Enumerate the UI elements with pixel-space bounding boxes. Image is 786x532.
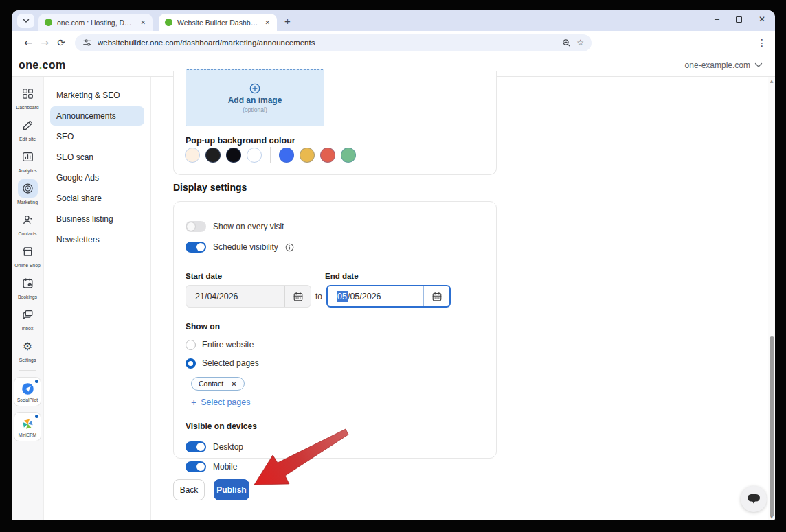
subnav-item-seo[interactable]: SEO: [50, 127, 144, 146]
calendar-icon[interactable]: [284, 286, 311, 307]
swatch-green[interactable]: [341, 148, 356, 163]
radio-unselected[interactable]: [186, 340, 196, 350]
swatch-blue[interactable]: [279, 148, 294, 163]
scroll-up-arrow[interactable]: ▲: [768, 78, 775, 83]
gear-icon: ⚙: [18, 337, 38, 356]
sidebar-item-settings[interactable]: ⚙ Settings: [12, 337, 43, 362]
sidebar-item-edit-site[interactable]: Edit site: [12, 116, 43, 141]
target-icon: [18, 179, 38, 198]
sidebar-item-analytics[interactable]: Analytics: [12, 148, 43, 173]
url-bar[interactable]: websitebuilder.one.com/dashboard/marketi…: [75, 34, 592, 51]
colour-swatches: [185, 147, 356, 163]
sidebar-item-dashboard[interactable]: Dashboard: [12, 84, 43, 110]
vertical-scrollbar[interactable]: ▲ ▼: [768, 77, 775, 520]
subnav-item-business-listing[interactable]: Business listing: [50, 209, 144, 229]
tab-close-icon[interactable]: ✕: [264, 19, 271, 26]
end-date-input[interactable]: 05/05/2026: [326, 285, 451, 308]
swatch-coral[interactable]: [320, 148, 335, 163]
chevron-down-icon: [23, 19, 30, 23]
forward-nav-icon[interactable]: →: [36, 37, 53, 48]
swatch-white[interactable]: [247, 148, 262, 163]
new-tab-button[interactable]: +: [284, 16, 291, 26]
show-every-visit-row: Show on every visit: [186, 221, 484, 232]
browser-toolbar: ← → ⟳ websitebuilder.one.com/dashboard/m…: [12, 31, 775, 54]
minimize-button[interactable]: –: [715, 15, 719, 23]
select-pages-link[interactable]: + Select pages: [191, 397, 484, 407]
browser-menu-icon[interactable]: ⋮: [757, 37, 767, 48]
browser-tab-onecom[interactable]: one.com : Hosting, Domain, Em ✕: [38, 14, 153, 31]
desktop-toggle[interactable]: [186, 441, 206, 452]
dashboard-icon: [18, 84, 38, 103]
storefront-icon: [18, 242, 38, 261]
show-every-visit-toggle[interactable]: [186, 221, 206, 232]
speech-bubble-icon: [747, 494, 761, 505]
subnav-item-social-share[interactable]: Social share: [50, 189, 144, 208]
tab-close-icon[interactable]: ✕: [139, 19, 146, 26]
sidebar-app-minicrm[interactable]: MiniCRM: [14, 412, 41, 441]
swatch-black-2[interactable]: [226, 148, 241, 163]
swatch-divider: [270, 147, 271, 163]
end-date-label: End date: [325, 272, 359, 280]
swatch-gold[interactable]: [300, 148, 315, 163]
chevron-down-icon: [754, 62, 763, 68]
subnav-item-marketing-seo[interactable]: Marketing & SEO: [50, 86, 144, 105]
popup-bg-colour-label: Pop-up background colour: [186, 136, 295, 146]
schedule-visibility-toggle[interactable]: [186, 242, 206, 253]
start-date-input[interactable]: 21/04/2026: [186, 285, 311, 308]
to-label: to: [311, 292, 326, 301]
sidebar-item-inbox[interactable]: Inbox: [12, 305, 43, 331]
primary-sidebar: Dashboard Edit site Analytics: [12, 77, 44, 520]
radio-selected[interactable]: [186, 358, 196, 369]
add-image-dropzone[interactable]: Add an image (optional): [186, 69, 324, 126]
sidebar-item-contacts[interactable]: Contacts: [12, 211, 43, 236]
sidebar-app-socialpilot[interactable]: SocialPilot: [14, 377, 41, 406]
domain-selector[interactable]: one-example.com: [685, 60, 763, 70]
sidebar-item-bookings[interactable]: Bookings: [12, 274, 43, 299]
desktop-toggle-row: Desktop: [186, 441, 484, 452]
scroll-down-arrow[interactable]: ▼: [768, 514, 775, 519]
sidebar-item-online-shop[interactable]: Online Shop: [12, 242, 43, 268]
chat-widget-button[interactable]: [741, 486, 767, 512]
notification-dot: [35, 415, 38, 418]
notification-dot: [35, 380, 38, 383]
tab-search-button[interactable]: [17, 14, 34, 28]
sidebar-item-marketing[interactable]: Marketing: [12, 179, 43, 205]
browser-tab-dashboard[interactable]: Website Builder Dashboard ✕: [159, 14, 277, 31]
page-chip-contact[interactable]: Contact ✕: [191, 377, 245, 391]
close-button[interactable]: ✕: [759, 15, 765, 23]
entire-website-option[interactable]: Entire website: [186, 339, 484, 350]
swatch-cream[interactable]: [185, 148, 200, 163]
info-icon[interactable]: [285, 243, 294, 252]
subnav-item-google-ads[interactable]: Google Ads: [50, 168, 144, 187]
popup-content-card: Add an image (optional) Pop-up backgroun…: [173, 71, 497, 175]
sidebar-divider: [19, 370, 36, 371]
subnav-item-seo-scan[interactable]: SEO scan: [50, 148, 144, 167]
bar-chart-icon: [18, 148, 38, 166]
chip-remove-icon[interactable]: ✕: [231, 380, 236, 388]
scrollbar-thumb[interactable]: [770, 336, 774, 516]
maximize-button[interactable]: [736, 16, 742, 23]
back-nav-icon[interactable]: ←: [20, 37, 36, 48]
publish-button[interactable]: Publish: [214, 479, 249, 500]
selected-pages-option[interactable]: Selected pages: [186, 358, 484, 369]
back-button[interactable]: Back: [173, 479, 205, 500]
url-text[interactable]: websitebuilder.one.com/dashboard/marketi…: [98, 38, 557, 47]
window-controls: – ✕: [715, 15, 765, 23]
tab-title: Website Builder Dashboard: [177, 19, 259, 27]
mobile-toggle-row: Mobile: [186, 461, 484, 472]
reload-icon[interactable]: ⟳: [53, 37, 69, 48]
domain-name: one-example.com: [685, 60, 750, 70]
bookmark-star-icon[interactable]: ☆: [576, 38, 584, 47]
subnav-item-announcements[interactable]: Announcements: [50, 106, 144, 126]
subnav-item-newsletters[interactable]: Newsletters: [50, 230, 144, 249]
calendar-icon[interactable]: [423, 286, 449, 306]
display-settings-card: Show on every visit Schedule visibility …: [173, 201, 497, 459]
visible-on-devices-label: Visible on devices: [186, 421, 484, 431]
mobile-toggle[interactable]: [186, 461, 206, 472]
zoom-page-icon[interactable]: [562, 38, 571, 47]
contacts-person-icon: [18, 211, 38, 229]
add-plus-icon: [249, 83, 260, 94]
swatch-black-1[interactable]: [205, 148, 221, 163]
booking-calendar-icon: [18, 274, 38, 292]
site-info-icon[interactable]: [82, 38, 92, 47]
